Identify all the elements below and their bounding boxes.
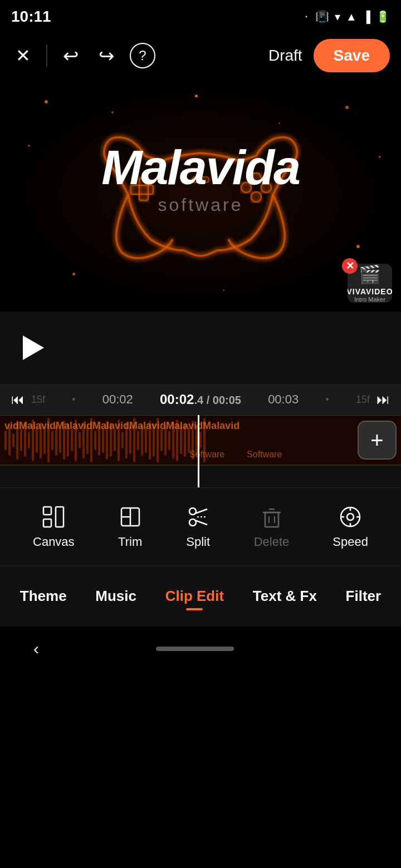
split-icon [186, 505, 211, 529]
clip-software-text-2: Software [247, 450, 282, 460]
wave-bar [79, 432, 81, 448]
tab-bar: Theme Music Clip Edit Text & Fx Filter [0, 565, 401, 627]
wave-bar [199, 432, 202, 448]
svg-rect-18 [265, 512, 278, 527]
tab-text-fx[interactable]: Text & Fx [246, 579, 324, 614]
tab-filter-label: Filter [346, 588, 382, 605]
delete-tool: Delete [254, 505, 290, 549]
watermark-icon: 🎬 [359, 264, 381, 285]
clip-text: vidMalavidMalavidMalavidMalavidMalavidMa… [4, 420, 239, 432]
svg-rect-9 [56, 507, 63, 527]
toolbar: ✕ ↩ ↪ ? Draft Save [0, 33, 401, 78]
tab-music-label: Music [95, 588, 136, 605]
status-time: 10:11 [11, 8, 51, 26]
add-clip-button[interactable]: + [358, 421, 397, 460]
ruler-mark-15f-right: 15f [356, 394, 370, 406]
timeline-end-button[interactable]: ⏭ [374, 389, 392, 410]
svg-line-16 [195, 520, 207, 525]
clip-software-row: Software Software [189, 448, 356, 461]
clip-text-row: vidMalavidMalavidMalavidMalavidMalavidMa… [0, 418, 356, 433]
draft-label: Draft [268, 47, 302, 65]
video-preview: Malavida software ✕ 🎬 VIVAVIDEO Intro Ma… [0, 78, 401, 312]
current-time: 00:02 [160, 392, 194, 407]
playback-area [0, 312, 401, 384]
ruler-marks: 15f • 00:02 00:02.4 / 00:05 00:03 • 15f [27, 392, 374, 407]
ruler-mark-15f: 15f [31, 394, 45, 406]
audio-track[interactable] [0, 465, 401, 486]
delete-icon [260, 505, 284, 529]
split-label: Split [186, 535, 210, 549]
current-fraction: .4 [194, 394, 203, 406]
wifi-icon: ▲ [346, 11, 357, 23]
tool-bar: Canvas Trim Split Delete [0, 487, 401, 565]
play-icon [23, 336, 44, 360]
play-button[interactable] [17, 331, 50, 364]
ruler-dot-2: • [325, 394, 329, 406]
timeline-area[interactable]: vidMalavidMalavidMalavidMalavidMalavidMa… [0, 415, 401, 487]
trim-icon [118, 505, 143, 529]
watermark: ✕ 🎬 VIVAVIDEO Intro Maker [348, 264, 392, 303]
toolbar-divider [46, 45, 47, 67]
status-icons: ⬞ 📳 ▾ ▲ ▐ 🔋 [303, 10, 390, 23]
svg-line-15 [195, 509, 207, 514]
wave-bar [28, 432, 30, 448]
speed-icon [338, 505, 363, 529]
timeline-ruler: ⏮ 15f • 00:02 00:02.4 / 00:05 00:03 • 15… [0, 384, 401, 415]
canvas-label: Canvas [33, 535, 75, 549]
tab-clip-edit-label: Clip Edit [165, 588, 224, 605]
total-time: / 00:05 [203, 394, 241, 406]
bottom-nav: ‹ [0, 627, 401, 671]
video-subtitle: software [0, 195, 401, 215]
canvas-tool[interactable]: Canvas [33, 505, 75, 549]
watermark-text: VIVAVIDEO [348, 287, 392, 296]
undo-button[interactable]: ↩ [58, 40, 83, 71]
delete-label: Delete [254, 535, 290, 549]
signal-icon: ▐ [363, 11, 370, 23]
back-button[interactable]: ‹ [33, 639, 39, 658]
split-tool[interactable]: Split [186, 505, 211, 549]
battery-icon: 🔋 [376, 10, 390, 23]
svg-rect-8 [43, 519, 51, 527]
playhead-secondary [198, 415, 199, 487]
speed-tool[interactable]: Speed [332, 505, 368, 549]
ruler-mark-0002: 00:02 [102, 392, 133, 407]
svg-point-24 [347, 514, 354, 520]
video-track[interactable]: vidMalavidMalavidMalavidMalavidMalavidMa… [0, 415, 401, 465]
status-bar: 10:11 ⬞ 📳 ▾ ▲ ▐ 🔋 [0, 0, 401, 33]
wave-bar [121, 432, 124, 448]
canvas-icon [41, 505, 66, 529]
ruler-dot-1: • [72, 394, 75, 406]
help-button[interactable]: ? [130, 43, 155, 68]
close-button[interactable]: ✕ [11, 41, 35, 71]
remove-watermark-button[interactable]: ✕ [342, 258, 358, 274]
trim-label: Trim [118, 535, 142, 549]
wave-bar [12, 433, 14, 447]
speed-label: Speed [332, 535, 368, 549]
watermark-sub: Intro Maker [354, 296, 385, 303]
svg-rect-7 [43, 507, 51, 515]
tab-music[interactable]: Music [89, 579, 143, 614]
clip-software-text: Software [189, 450, 224, 460]
redo-button[interactable]: ↪ [94, 40, 119, 71]
tab-clip-edit[interactable]: Clip Edit [159, 579, 231, 614]
save-button[interactable]: Save [314, 39, 390, 72]
tab-text-fx-label: Text & Fx [253, 588, 317, 605]
ruler-mark-current: 00:02.4 / 00:05 [160, 392, 241, 407]
ruler-mark-0003: 00:03 [268, 392, 299, 407]
video-title: Malavida [0, 139, 401, 196]
trim-tool[interactable]: Trim [118, 505, 143, 549]
vibrate-icon: 📳 [315, 10, 329, 23]
tab-theme[interactable]: Theme [13, 579, 74, 614]
home-indicator[interactable] [156, 647, 234, 651]
tab-filter[interactable]: Filter [339, 579, 388, 614]
tab-clip-edit-underline [186, 608, 203, 610]
timeline-start-button[interactable]: ⏮ [9, 389, 27, 410]
arrow-down-icon: ▾ [335, 10, 340, 23]
bluetooth-icon: ⬞ [303, 11, 310, 23]
tab-theme-label: Theme [20, 588, 67, 605]
